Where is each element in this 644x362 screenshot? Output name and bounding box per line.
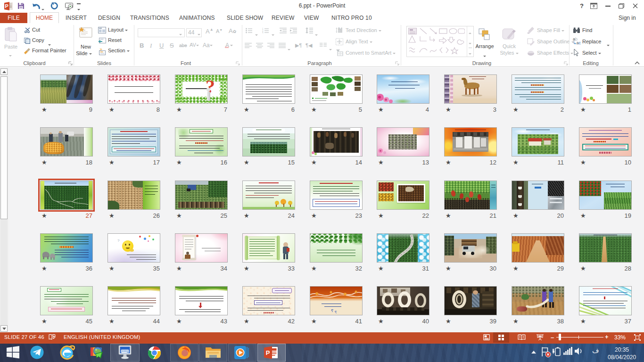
svg-text:3: 3	[262, 32, 264, 34]
svg-text:A: A	[338, 27, 340, 30]
svg-text:P: P	[266, 349, 270, 356]
